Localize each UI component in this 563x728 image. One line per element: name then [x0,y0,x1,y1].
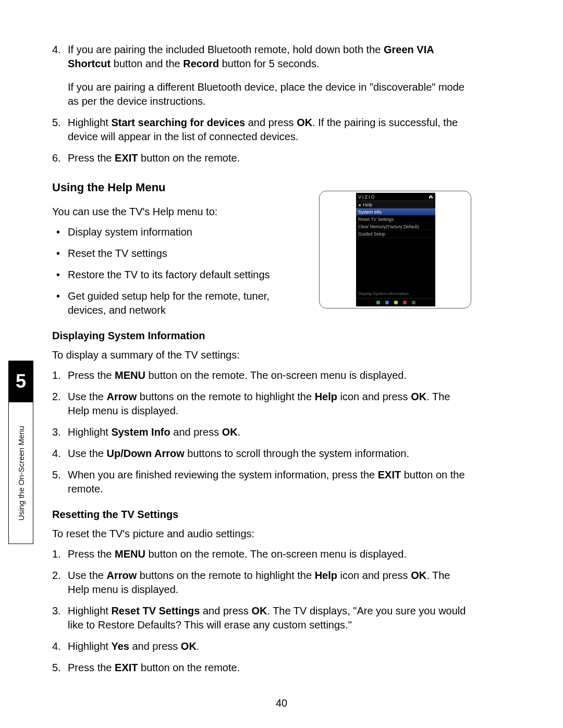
tv-menu-description: Display System information [358,291,409,296]
list-item: Restore the TV to its factory default se… [52,268,308,282]
step-note: If you are pairing a different Bluetooth… [68,80,469,108]
tv-menu-row: Reset TV Settings [356,216,435,223]
list-item: Get guided setup help for the remote, tu… [52,289,308,317]
help-bullet-list: Display system information Reset the TV … [52,225,308,317]
list-item: 1.Press the MENU button on the remote. T… [52,547,469,561]
list-item: Reset the TV settings [52,246,308,261]
list-item: 3.Highlight Reset TV Settings and press … [52,604,469,632]
nav-dot-icon [385,301,389,304]
step-number: 5. [52,116,61,130]
subsection-system-info: Displaying System Information [52,329,469,343]
pairing-steps: 4. If you are pairing the included Bluet… [52,43,469,165]
list-item: 2.Use the Arrow buttons on the remote to… [52,569,469,597]
home-icon [429,194,433,199]
help-intro: You can use the TV's Help menu to: [52,205,302,219]
tv-nav-dots [356,298,435,306]
system-info-intro: To display a summary of the TV settings: [52,348,469,362]
page-number: 40 [0,697,563,709]
step-number: 4. [52,43,61,57]
tv-breadcrumb: ◂Help [356,201,435,208]
tv-osd: VIZIO ◂Help System Info Reset TV Setting… [356,193,435,306]
back-caret-icon: ◂ [358,201,361,208]
tv-menu-row-selected: System Info [356,208,435,216]
system-info-steps: 1.Press the MENU button on the remote. T… [52,368,469,496]
list-item: 3.Highlight System Info and press OK. [52,425,469,439]
chapter-label-box: Using the On-Screen Menu [8,402,33,544]
subsection-reset-tv: Resetting the TV Settings [52,508,469,522]
help-menu-screenshot: VIZIO ◂Help System Info Reset TV Setting… [319,191,471,309]
nav-dot-icon [412,301,415,304]
list-item: 5. Highlight Start searching for devices… [52,116,469,144]
list-item: 5.When you are finished reviewing the sy… [52,468,469,496]
list-item: 2.Use the Arrow buttons on the remote to… [52,390,469,418]
nav-dot-icon [403,301,407,304]
nav-dot-icon [394,301,398,304]
chapter-number: 5 [8,361,33,402]
reset-intro: To reset the TV's picture and audio sett… [52,527,469,541]
list-item: 1.Press the MENU button on the remote. T… [52,368,469,382]
tv-menu-row: Clear Memory(Factory Default) [356,223,435,230]
chapter-side-tab: 5 Using the On-Screen Menu [8,361,33,544]
tv-brand-bar: VIZIO [356,193,435,201]
list-item: 4.Highlight Yes and press OK. [52,639,469,653]
step-number: 6. [52,151,61,165]
chapter-label: Using the On-Screen Menu [17,426,26,521]
reset-steps: 1.Press the MENU button on the remote. T… [52,547,469,675]
list-item: 4. If you are pairing the included Bluet… [52,43,469,108]
nav-dot-icon [376,301,380,304]
list-item: 4.Use the Up/Down Arrow buttons to scrol… [52,447,469,461]
list-item: Display system information [52,225,308,239]
page-content: 4. If you are pairing the included Bluet… [52,43,469,682]
tv-menu-row: Guided Setup [356,230,435,238]
list-item: 6. Press the EXIT button on the remote. [52,151,469,165]
list-item: 5.Press the EXIT button on the remote. [52,661,469,675]
